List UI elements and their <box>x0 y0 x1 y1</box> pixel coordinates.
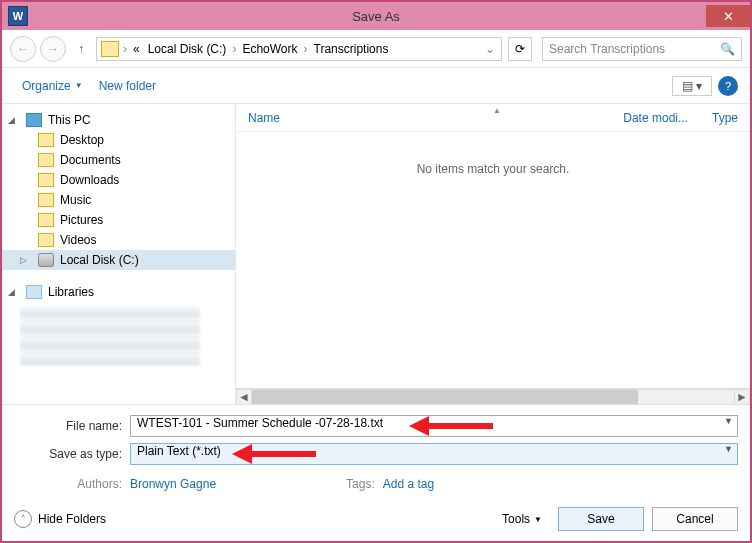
file-list-body: No items match your search. ◄ ► <box>236 132 750 404</box>
refresh-button[interactable]: ⟳ <box>508 37 532 61</box>
chevron-right-icon: › <box>302 42 310 56</box>
scroll-thumb[interactable] <box>252 390 638 404</box>
tree-libraries[interactable]: ◢ Libraries <box>2 282 235 302</box>
scroll-left-icon[interactable]: ◄ <box>236 389 252 405</box>
chevron-right-icon: › <box>121 42 129 56</box>
collapse-icon[interactable]: ◢ <box>8 287 20 297</box>
back-button[interactable]: ← <box>10 36 36 62</box>
breadcrumb-segment[interactable]: Local Disk (C:) <box>144 42 231 56</box>
authors-value[interactable]: Bronwyn Gagne <box>130 477 216 491</box>
saveastype-label: Save as type: <box>14 447 130 461</box>
save-as-dialog: W Save As ✕ ← → ↑ › « Local Disk (C:) › … <box>0 0 752 543</box>
empty-message: No items match your search. <box>236 132 750 206</box>
up-button[interactable]: ↑ <box>70 38 92 60</box>
sort-ascending-icon: ▲ <box>493 106 501 115</box>
folder-icon <box>38 173 54 187</box>
search-input[interactable]: Search Transcriptions 🔍 <box>542 37 742 61</box>
file-list-pane: Name ▲ Date modi... Type No items match … <box>236 104 750 404</box>
word-app-icon: W <box>8 6 28 26</box>
tree-this-pc[interactable]: ◢ This PC <box>2 110 235 130</box>
breadcrumb-segment[interactable]: Transcriptions <box>310 42 393 56</box>
search-placeholder: Search Transcriptions <box>549 42 665 56</box>
dialog-footer: ˄ Hide Folders Tools ▼ Save Cancel <box>2 497 750 541</box>
expand-icon[interactable]: ▷ <box>20 255 32 265</box>
folder-icon <box>38 213 54 227</box>
chevron-down-icon: ▼ <box>534 515 542 524</box>
chevron-down-icon[interactable]: ▼ <box>724 416 733 426</box>
tree-music[interactable]: Music <box>2 190 235 210</box>
cancel-button[interactable]: Cancel <box>652 507 738 531</box>
chevron-down-icon: ▼ <box>75 81 83 90</box>
redacted-content <box>20 306 200 366</box>
filename-input[interactable]: WTEST-101 - Summer Schedule -07-28-18.tx… <box>130 415 738 437</box>
folder-icon <box>38 153 54 167</box>
save-button[interactable]: Save <box>558 507 644 531</box>
breadcrumb-segment[interactable]: EchoWork <box>238 42 301 56</box>
chevron-down-icon[interactable]: ▼ <box>724 444 733 454</box>
column-type[interactable]: Type <box>700 111 750 125</box>
chevron-right-icon: › <box>230 42 238 56</box>
help-button[interactable]: ? <box>718 76 738 96</box>
chevron-up-icon: ˄ <box>14 510 32 528</box>
pc-icon <box>26 113 42 127</box>
save-fields: File name: WTEST-101 - Summer Schedule -… <box>2 404 750 497</box>
close-button[interactable]: ✕ <box>706 5 750 27</box>
tree-local-disk[interactable]: ▷Local Disk (C:) <box>2 250 235 270</box>
tree-documents[interactable]: Documents <box>2 150 235 170</box>
scroll-right-icon[interactable]: ► <box>734 389 750 405</box>
folder-tree: ◢ This PC Desktop Documents Downloads Mu… <box>2 104 236 404</box>
tree-videos[interactable]: Videos <box>2 230 235 250</box>
forward-button[interactable]: → <box>40 36 66 62</box>
view-options-button[interactable]: ▤ ▾ <box>672 76 712 96</box>
tags-value[interactable]: Add a tag <box>383 477 434 491</box>
folder-icon <box>38 233 54 247</box>
column-name[interactable]: Name ▲ <box>236 111 611 125</box>
new-folder-button[interactable]: New folder <box>91 77 164 95</box>
horizontal-scrollbar[interactable]: ◄ ► <box>236 388 750 404</box>
chevron-down-icon[interactable]: ⌄ <box>481 42 499 56</box>
libraries-icon <box>26 285 42 299</box>
collapse-icon[interactable]: ◢ <box>8 115 20 125</box>
column-headers: Name ▲ Date modi... Type <box>236 104 750 132</box>
titlebar: W Save As ✕ <box>2 2 750 30</box>
tree-pictures[interactable]: Pictures <box>2 210 235 230</box>
tags-label: Tags: <box>346 477 383 491</box>
folder-icon <box>101 41 119 57</box>
disk-icon <box>38 253 54 267</box>
saveastype-combo[interactable]: Plain Text (*.txt) ▼ <box>130 443 738 465</box>
toolbar: Organize ▼ New folder ▤ ▾ ? <box>2 68 750 104</box>
organize-menu[interactable]: Organize ▼ <box>14 77 91 95</box>
scroll-track[interactable] <box>252 389 734 405</box>
hide-folders-button[interactable]: ˄ Hide Folders <box>14 510 106 528</box>
filename-label: File name: <box>14 419 130 433</box>
main-area: ◢ This PC Desktop Documents Downloads Mu… <box>2 104 750 404</box>
navigation-bar: ← → ↑ › « Local Disk (C:) › EchoWork › T… <box>2 30 750 68</box>
authors-label: Authors: <box>14 477 130 491</box>
tools-menu[interactable]: Tools ▼ <box>494 512 550 526</box>
address-bar[interactable]: › « Local Disk (C:) › EchoWork › Transcr… <box>96 37 502 61</box>
tree-desktop[interactable]: Desktop <box>2 130 235 150</box>
folder-icon <box>38 193 54 207</box>
window-title: Save As <box>2 9 750 24</box>
column-date-modified[interactable]: Date modi... <box>611 111 700 125</box>
tree-downloads[interactable]: Downloads <box>2 170 235 190</box>
search-icon: 🔍 <box>720 42 735 56</box>
breadcrumb-prefix[interactable]: « <box>129 42 144 56</box>
folder-icon <box>38 133 54 147</box>
